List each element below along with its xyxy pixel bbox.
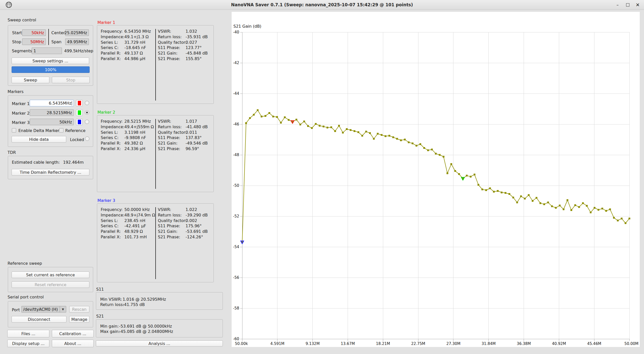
field-value: -124.26° [186,235,203,239]
sweep-settings-button[interactable]: Sweep settings ... [12,58,89,64]
hide-data-button[interactable]: Hide data [12,136,66,143]
marker2-color-swatch[interactable] [76,109,83,116]
field-label: Impedance: [101,124,124,129]
svg-text:4.591M: 4.591M [270,341,284,346]
s21-box: Min gain:-53.691 dB @ 50.0000kHz Max gai… [96,319,223,337]
enable-delta-checkbox[interactable] [12,128,16,132]
marker2-input[interactable]: 28.5215MHz [30,109,74,116]
field-value: 31.729 nH [124,40,145,45]
marker1-radio[interactable] [85,101,89,105]
field-label: Quality factor: [158,40,187,45]
nanovna-saver-window: NanoVNA Saver 0.7.1 (Sweep: nanovna_2025… [0,0,644,354]
segments-field[interactable]: 1 [32,48,62,54]
marker3-radio[interactable] [85,120,89,124]
field-label: Parallel X: [101,146,121,151]
field-label: S21 Gain: [158,51,177,56]
field-label: S21 Gain: [158,141,177,146]
cable-length-row: Estimated cable length: 192.464m [12,160,84,165]
field-value: -45.848 dB [186,51,208,56]
field-label: Series C: [101,45,119,50]
center-label: Center [51,30,65,35]
field-label: Return loss: [158,213,182,217]
svg-text:-52: -52 [233,214,239,218]
s11-label: S11 [96,287,104,292]
rescan-button[interactable]: Rescan [69,306,89,313]
svg-text:31.84M: 31.84M [482,341,496,346]
field-label: Parallel R: [101,229,121,234]
marker2-radio[interactable] [85,110,89,115]
span-field[interactable]: 49.95MHz [65,38,89,45]
marker1-info-title: Marker 1 [97,20,115,25]
svg-text:27.30M: 27.30M [446,341,460,346]
titlebar: NanoVNA Saver 0.7.1 (Sweep: nanovna_2025… [0,0,644,10]
set-reference-button[interactable]: Set current as reference [12,272,89,278]
tdr-box [8,156,93,179]
display-setup-button[interactable]: Display setup ... [7,340,49,347]
field-value: 1.032 [186,29,197,34]
field-value: 1.016 @ 20.5295MHz [123,297,166,302]
step-size-label: 499.5kHz/step [64,49,93,53]
field-value: 49.4+j559m Ω [124,124,154,129]
cable-length-value: 192.464m [63,160,84,165]
field-value: 123.77° [186,45,202,50]
minimize-icon[interactable]: – [613,0,622,10]
tdr-button[interactable]: Time Domain Reflectometry ... [12,169,89,175]
marker3-input[interactable]: 50kHz [30,119,74,125]
port-select[interactable]: /dev/ttyACM0 (H) ▼ [21,306,66,313]
field-value: -9.9808 nF [124,135,146,140]
field-value: -41.480 dB [186,124,208,129]
marker1-info-box: Frequency:6.54350 MHz Impedance:49.1+j1.… [97,25,214,104]
field-value: 0.002 [186,218,197,223]
svg-text:-56: -56 [233,275,239,280]
field-label: Series L: [101,40,118,45]
field-label: Parallel X: [101,235,121,239]
marker1-input[interactable]: 6.5435MHz [30,100,74,106]
port-label: Port [12,307,20,312]
svg-text:36.38M: 36.38M [517,341,531,346]
stop-button[interactable]: Stop [52,77,90,83]
tdr-label: TDR [8,150,16,155]
field-value: -42.491 μF [124,224,146,228]
marker3-color-swatch[interactable] [76,119,83,125]
center-field[interactable]: 25.025MHz [65,29,89,36]
svg-text:-60: -60 [233,337,239,341]
start-field[interactable]: 50kHz [22,29,46,36]
svg-text:40.92M: 40.92M [552,341,566,346]
field-label: Quality factor: [158,130,187,135]
analysis-button[interactable]: Analysis ... [96,340,223,346]
close-icon[interactable]: ✕ [633,0,642,10]
svg-text:18.21M: 18.21M [376,341,390,346]
field-value: 175.96° [186,224,202,228]
locked-radio[interactable] [85,137,89,141]
marker1-color-swatch[interactable] [76,100,83,106]
field-value: 137.83° [186,135,202,140]
calibration-button[interactable]: Calibration ... [52,330,94,337]
marker2-info-box: Frequency:28.5215 MHz Impedance:49.4+j55… [97,115,214,192]
reference-checkbox[interactable] [59,128,63,132]
field-label: Series C: [101,135,119,140]
span-label: Span [51,39,61,44]
segments-label: Segments [12,49,32,53]
reference-label: Reference [65,128,86,133]
manage-button[interactable]: Manage [69,316,89,323]
s21-gain-chart[interactable]: -40-42-44-46-48-50-52-54-56-58-6050.00k4… [232,12,640,347]
marker2-label: Marker 2 [12,111,30,116]
stop-label: Stop [12,39,21,44]
reset-reference-button[interactable]: Reset reference [12,281,89,288]
field-value: -35.931 dB [186,34,208,39]
field-label: VSWR: [158,119,171,124]
field-value: -39.290 dB [186,213,208,217]
stop-field[interactable]: 50MHz [22,38,46,45]
svg-text:-46: -46 [233,122,239,126]
maximize-icon[interactable] [623,0,632,10]
about-button[interactable]: About ... [52,340,94,347]
field-label: S11 Phase: [158,224,180,228]
field-label: Parallel R: [101,51,121,56]
reference-sweep-label: Reference sweep [8,261,42,266]
disconnect-button[interactable]: Disconnect [12,316,66,323]
field-label: VSWR: [158,29,171,34]
sweep-button[interactable]: Sweep [12,77,49,83]
svg-text:-54: -54 [233,245,239,249]
field-label: S21 Phase: [158,146,180,151]
files-button[interactable]: Files ... [7,330,49,337]
